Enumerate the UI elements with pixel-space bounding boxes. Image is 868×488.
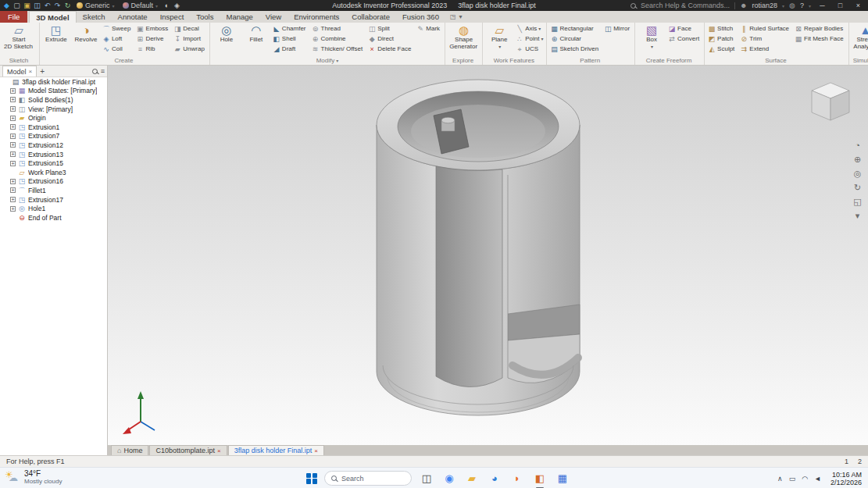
coil-button[interactable]: ∿Coil xyxy=(102,44,133,54)
chamfer-button[interactable]: ◣Chamfer xyxy=(272,23,309,34)
redo-icon[interactable]: ↷ xyxy=(52,2,63,9)
direct-button[interactable]: ◆Direct xyxy=(367,34,413,44)
tab-view[interactable]: View xyxy=(259,11,288,23)
plane-button[interactable]: ▱Plane▾ xyxy=(485,23,513,56)
freeform-box-button[interactable]: ▧Box▾ xyxy=(638,23,666,56)
browser-item-extrusion12[interactable]: + ◳ Extrusion12 xyxy=(8,141,107,150)
user-name[interactable]: rotian28 xyxy=(752,2,778,9)
tab-3d-model[interactable]: 3D Model xyxy=(29,11,76,23)
tree-expander[interactable]: + xyxy=(10,88,16,94)
axis-button[interactable]: ╲Axis▾ xyxy=(515,23,544,34)
chrome-icon[interactable]: ◉ xyxy=(441,471,457,486)
tab-inspect[interactable]: Inspect xyxy=(154,11,191,23)
doc-tab-3flap-disk-holder[interactable]: 3flap disk holder Final.ipt × xyxy=(228,445,324,455)
tree-expander[interactable]: + xyxy=(10,151,16,157)
taskbar-search[interactable]: Search xyxy=(324,471,412,486)
tree-expander[interactable]: + xyxy=(10,106,16,112)
start-2d-sketch-button[interactable]: ▱Start2D Sketch xyxy=(2,23,35,56)
measure-icon[interactable]: ◈ xyxy=(172,2,182,9)
firefox-icon[interactable]: ◗ xyxy=(509,471,525,486)
volume-icon[interactable]: ◄ xyxy=(814,475,821,483)
navbar-more-icon[interactable]: ▾ xyxy=(852,211,863,220)
tree-expander[interactable]: + xyxy=(10,97,16,102)
ruled-surface-button[interactable]: ∥Ruled Surface xyxy=(739,23,791,34)
appearance-select[interactable]: Default ▾ xyxy=(119,0,163,11)
browser-item-work-plane3[interactable]: ▱ Work Plane3 xyxy=(8,168,107,177)
tree-expander[interactable]: + xyxy=(10,116,16,121)
tree-expander[interactable]: + xyxy=(10,197,16,202)
add-browser-tab-button[interactable]: + xyxy=(40,67,45,76)
look-at-icon[interactable]: ◱ xyxy=(852,197,863,206)
repair-bodies-button[interactable]: ⊠Repair Bodies xyxy=(794,23,846,34)
browser-item-solid-bodies[interactable]: + ◧ Solid Bodies(1) xyxy=(8,95,107,105)
open-file-icon[interactable]: ▣ xyxy=(22,2,32,9)
browser-item-extrusion7[interactable]: + ◳ Extrusion7 xyxy=(8,132,107,141)
shell-button[interactable]: ◧Shell xyxy=(272,34,309,44)
browser-item-origin[interactable]: + ▰ Origin xyxy=(8,113,107,123)
tree-expander[interactable] xyxy=(4,79,9,84)
start-button[interactable] xyxy=(306,473,317,484)
close-icon[interactable]: × xyxy=(29,68,33,75)
fit-mesh-face-button[interactable]: ▦Fit Mesh Face xyxy=(794,34,846,44)
decal-button[interactable]: ◨Decal xyxy=(173,23,207,34)
browser-item-end-of-part[interactable]: ⊖ End of Part xyxy=(8,213,107,223)
new-file-icon[interactable]: ▢ xyxy=(12,2,22,9)
help-search-input[interactable]: Search Help & Commands... xyxy=(641,2,730,9)
update-icon[interactable]: ↻ xyxy=(63,2,73,9)
help-menu[interactable]: ? xyxy=(800,2,804,9)
pan-icon[interactable]: ⊕ xyxy=(852,155,863,164)
part-model-3flap-disk-holder[interactable] xyxy=(108,66,868,445)
import-button[interactable]: ↧Import xyxy=(173,34,207,44)
freeform-convert-button[interactable]: ⇄Convert xyxy=(667,34,702,44)
delete-face-button[interactable]: ×Delete Face xyxy=(367,44,413,54)
shape-generator-button[interactable]: ◍ShapeGenerator xyxy=(448,23,480,56)
browser-item-extrusion16[interactable]: + ◳ Extrusion16 xyxy=(8,177,107,187)
unwrap-button[interactable]: ▰Unwrap xyxy=(173,44,207,54)
extend-button[interactable]: ⇉Extend xyxy=(739,44,791,54)
mirror-button[interactable]: ◫Mirror xyxy=(603,23,632,34)
rectangular-pattern-button[interactable]: ▦Rectangular xyxy=(549,23,601,34)
tree-expander[interactable]: + xyxy=(10,161,16,166)
extrude-button[interactable]: ◳Extrude xyxy=(42,23,70,56)
tree-expander[interactable] xyxy=(10,169,16,175)
pen-display-icon[interactable]: ▭ xyxy=(789,475,796,483)
undo-icon[interactable]: ↶ xyxy=(42,2,52,9)
tree-expander[interactable]: + xyxy=(10,206,16,212)
point-button[interactable]: ∴Point▾ xyxy=(515,34,544,44)
hole-button[interactable]: ◎Hole xyxy=(213,23,241,56)
loft-button[interactable]: ◈Loft xyxy=(102,34,133,44)
thread-button[interactable]: ⊚Thread xyxy=(311,23,366,34)
edge-icon[interactable]: ◕ xyxy=(487,471,502,486)
close-tab-icon[interactable]: × xyxy=(217,447,221,454)
browser-item-hole1[interactable]: + ◎ Hole1 xyxy=(8,204,107,213)
inventor-icon[interactable]: ◧ xyxy=(532,471,548,486)
ucs-button[interactable]: ⌖UCS xyxy=(515,44,544,54)
browser-item-model-states[interactable]: + ▦ Model States: [Primary] xyxy=(8,87,107,96)
browser-item-view[interactable]: + ◫ View: [Primary] xyxy=(8,105,107,114)
stitch-button[interactable]: ▩Stitch xyxy=(707,23,737,34)
orbit-icon[interactable]: ↻ xyxy=(852,183,863,192)
tray-expand-icon[interactable]: ∧ xyxy=(777,475,783,483)
tab-collaborate[interactable]: Collaborate xyxy=(345,11,396,23)
wifi-icon[interactable]: ◠ xyxy=(802,475,808,483)
tree-expander[interactable]: + xyxy=(10,134,16,139)
fillet-button[interactable]: ◠Fillet xyxy=(242,23,270,56)
tab-fusion-360[interactable]: Fusion 360 xyxy=(396,11,445,23)
tab-manage[interactable]: Manage xyxy=(220,11,259,23)
ribbon-group-label-modify[interactable]: Modify▾ xyxy=(213,56,442,65)
freeform-face-button[interactable]: ◪Face xyxy=(667,23,702,34)
browser-item-extrusion13[interactable]: + ◳ Extrusion13 xyxy=(8,150,107,159)
circular-pattern-button[interactable]: ⊛Circular xyxy=(549,34,601,44)
close-tab-icon[interactable]: × xyxy=(314,447,318,454)
patch-button[interactable]: ◩Patch xyxy=(707,34,737,44)
view-cube[interactable] xyxy=(805,78,855,126)
taskbar-clock[interactable]: 10:16 AM 2/12/2026 xyxy=(830,471,862,486)
file-explorer-icon[interactable]: ▰ xyxy=(464,471,480,486)
combine-button[interactable]: ⊕Combine xyxy=(311,34,366,44)
appearance-adjust-icon[interactable]: ◐ xyxy=(162,2,172,9)
trim-button[interactable]: ⊘Trim xyxy=(739,34,791,44)
tree-expander[interactable]: + xyxy=(10,142,16,148)
maximize-button[interactable]: □ xyxy=(834,2,847,9)
tree-expander[interactable]: + xyxy=(10,187,16,193)
sculpt-button[interactable]: ◭Sculpt xyxy=(707,44,737,54)
